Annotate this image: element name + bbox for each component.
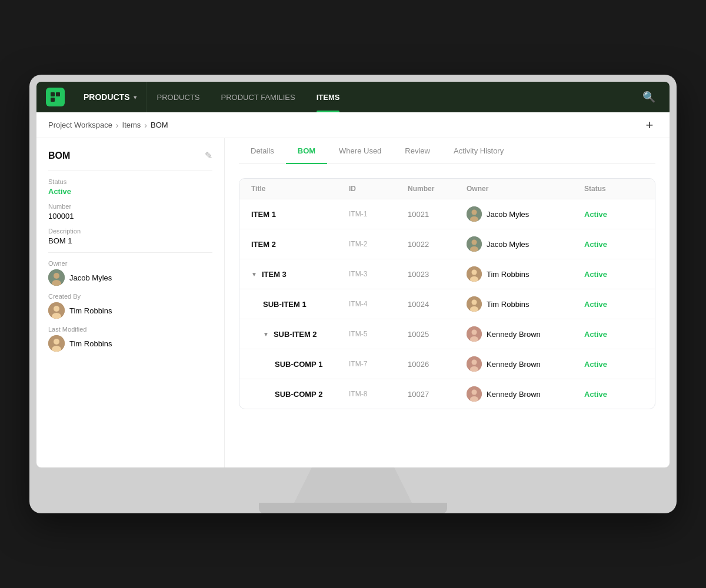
row-status: Active: [584, 330, 643, 339]
breadcrumb-bom[interactable]: BOM: [151, 121, 168, 129]
tab-bom[interactable]: BOM: [286, 138, 327, 163]
owner-name: Tim Robbins: [487, 270, 529, 279]
status-value: Active: [48, 187, 212, 196]
svg-point-8: [54, 306, 59, 312]
avatar: [467, 296, 482, 312]
row-id: ITM-1: [349, 210, 408, 218]
row-title: ▼ SUB-ITEM 2: [263, 330, 349, 339]
svg-rect-1: [56, 92, 60, 96]
breadcrumb-items[interactable]: Items: [122, 121, 141, 129]
tab-activity-history[interactable]: Activity History: [442, 138, 515, 163]
owner-name: Kennedy Brown: [487, 360, 541, 369]
avatar: [467, 356, 482, 372]
row-id: ITM-3: [349, 270, 408, 278]
row-number: 10026: [408, 360, 467, 369]
row-owner: Jacob Myles: [467, 236, 584, 252]
sidebar-divider-2: [48, 252, 212, 253]
avatar: [467, 206, 482, 222]
row-title: ▼ ITEM 3: [251, 270, 349, 279]
main-layout: BOM ✎ Status Active Number 100001 Descri…: [36, 138, 670, 467]
avatar-jacob-myles: [48, 269, 65, 286]
add-button[interactable]: +: [641, 117, 658, 133]
status-label: Status: [48, 178, 212, 185]
tab-where-used[interactable]: Where Used: [327, 138, 393, 163]
item3-title: ITEM 3: [262, 270, 287, 279]
sidebar-number-field: Number 100001: [48, 203, 212, 220]
nav-link-products[interactable]: PRODUCTS: [146, 82, 211, 112]
tab-details[interactable]: Details: [239, 138, 286, 163]
svg-point-5: [54, 273, 59, 279]
row-number: 10027: [408, 390, 467, 399]
sidebar-created-by-field: Created By Tim Robbins: [48, 293, 212, 319]
avatar: [467, 326, 482, 342]
breadcrumb-sep-1: ›: [116, 121, 119, 130]
table-row[interactable]: SUB-COMP 2 ITM-8 10027: [239, 379, 655, 409]
owner-label: Owner: [48, 260, 212, 267]
svg-point-14: [472, 210, 477, 215]
last-modified-name: Tim Robbins: [69, 339, 112, 348]
svg-point-32: [472, 390, 477, 395]
created-by-label: Created By: [48, 293, 212, 300]
owner-name: Jacob Myles: [487, 240, 529, 249]
table-header: Title ID Number Owner Status: [239, 179, 655, 199]
breadcrumb-bar: Project Workspace › Items › BOM +: [36, 112, 670, 138]
row-status: Active: [584, 390, 643, 399]
row-id: ITM-5: [349, 330, 408, 338]
row-number: 10025: [408, 330, 467, 339]
content-area: Details BOM Where Used Review Activity H…: [225, 138, 670, 467]
owner-row: Jacob Myles: [48, 269, 212, 286]
svg-rect-2: [51, 98, 55, 102]
item1-title: ITEM 1: [251, 210, 276, 219]
row-number: 10022: [408, 240, 467, 249]
table-row[interactable]: ITEM 2 ITM-2 10022: [239, 229, 655, 259]
edit-icon[interactable]: ✎: [205, 150, 212, 161]
products-dropdown-btn[interactable]: PRODUCTS ▾: [74, 82, 146, 112]
tab-review[interactable]: Review: [393, 138, 442, 163]
expand-icon[interactable]: ▼: [251, 271, 257, 278]
row-number: 10021: [408, 210, 467, 219]
avatar: [467, 236, 482, 252]
breadcrumb-sep-2: ›: [144, 121, 147, 130]
nav-link-items[interactable]: ITEMS: [306, 82, 351, 112]
subitem1-title: SUB-ITEM 1: [263, 300, 307, 309]
expand-icon[interactable]: ▼: [263, 331, 269, 338]
table-row[interactable]: ▼ ITEM 3 ITM-3 10023: [239, 259, 655, 289]
created-by-row: Tim Robbins: [48, 302, 212, 319]
tab-bar: Details BOM Where Used Review Activity H…: [239, 138, 655, 164]
nav-link-product-families[interactable]: PRODUCT FAMILIES: [211, 82, 306, 112]
row-id: ITM-4: [349, 300, 408, 308]
app-logo: [46, 88, 65, 106]
sidebar-divider-1: [48, 171, 212, 171]
row-owner: Jacob Myles: [467, 206, 584, 222]
subcomp1-title: SUB-COMP 1: [275, 360, 322, 369]
row-id: ITM-7: [349, 360, 408, 368]
col-owner: Owner: [467, 185, 584, 193]
row-owner: Tim Robbins: [467, 266, 584, 282]
row-owner: Kennedy Brown: [467, 326, 584, 342]
sidebar-owner-field: Owner Jacob Myles: [48, 260, 212, 286]
owner-name: Jacob Myles: [69, 273, 112, 282]
svg-rect-3: [56, 98, 60, 102]
breadcrumb: Project Workspace › Items › BOM: [48, 121, 168, 130]
row-status: Active: [584, 210, 643, 219]
table-row[interactable]: ITEM 1 ITM-1 10021: [239, 199, 655, 229]
table-row[interactable]: SUB-ITEM 1 ITM-4 10024: [239, 289, 655, 319]
svg-point-17: [472, 240, 477, 245]
monitor-stand: [294, 467, 412, 503]
sidebar-title: BOM: [48, 151, 70, 161]
search-icon[interactable]: 🔍: [638, 86, 660, 108]
row-owner: Kennedy Brown: [467, 356, 584, 372]
sidebar-status-field: Status Active: [48, 178, 212, 196]
row-title: SUB-ITEM 1: [263, 300, 349, 309]
svg-point-26: [472, 330, 477, 335]
table-row[interactable]: ▼ SUB-ITEM 2 ITM-5 10025: [239, 319, 655, 349]
nav-products-label: PRODUCTS: [84, 92, 130, 102]
breadcrumb-workspace[interactable]: Project Workspace: [48, 121, 112, 129]
row-title: SUB-COMP 1: [275, 360, 349, 369]
owner-name: Tim Robbins: [487, 300, 529, 309]
number-label: Number: [48, 203, 212, 210]
description-value: BOM 1: [48, 236, 212, 245]
row-title: SUB-COMP 2: [275, 390, 349, 399]
description-label: Description: [48, 228, 212, 235]
table-row[interactable]: SUB-COMP 1 ITM-7 10026: [239, 349, 655, 379]
